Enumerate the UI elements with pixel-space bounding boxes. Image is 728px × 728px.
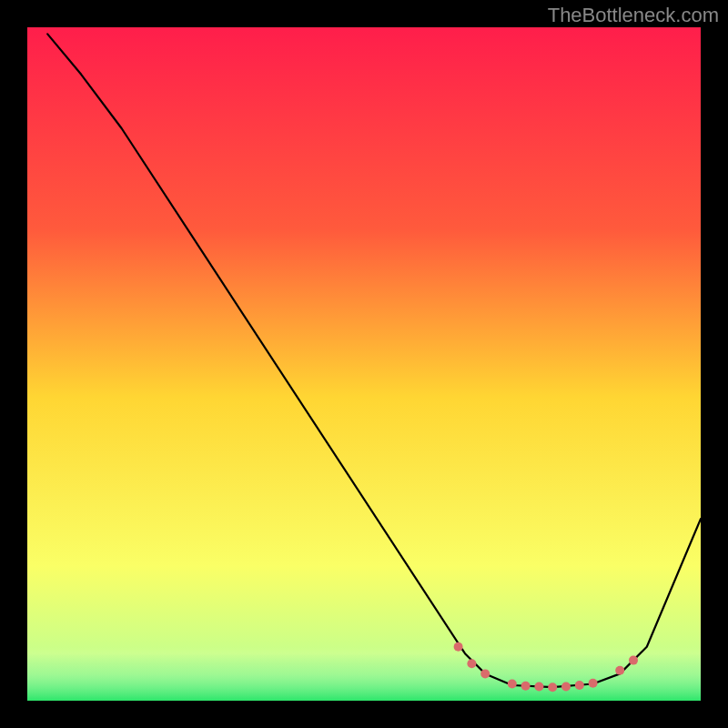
data-marker <box>454 642 463 652</box>
data-marker <box>521 682 531 691</box>
watermark-text: TheBottleneck.com <box>548 4 719 27</box>
data-marker <box>480 669 490 678</box>
chart-svg <box>27 27 701 701</box>
plot-area <box>27 27 701 701</box>
data-marker <box>589 679 598 688</box>
data-marker <box>575 681 584 690</box>
data-marker <box>629 656 638 665</box>
data-marker <box>467 659 476 668</box>
data-marker <box>534 682 543 692</box>
data-marker <box>615 666 624 675</box>
green-band <box>27 647 701 701</box>
gradient-background <box>27 27 701 701</box>
chart-container: TheBottleneck.com <box>0 0 728 728</box>
data-marker <box>561 682 571 692</box>
data-marker <box>548 682 557 692</box>
data-marker <box>508 680 517 689</box>
